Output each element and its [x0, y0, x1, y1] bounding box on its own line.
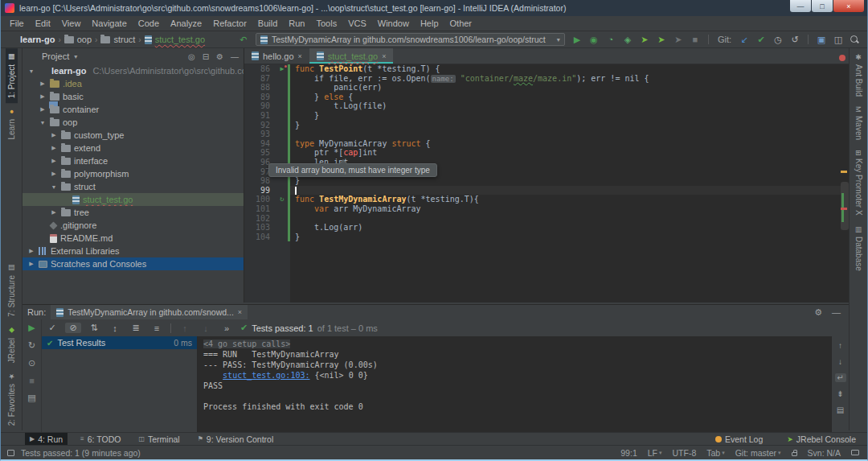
tree-collapse-icon[interactable]: ▼ — [27, 68, 35, 74]
breadcrumb-stuct-test-go[interactable]: stuct_test.go — [145, 35, 205, 44]
history-icon[interactable]: ◷ — [772, 35, 784, 45]
tree-item-struct[interactable]: ▼struct — [23, 180, 244, 193]
toolwindow-button-version-control[interactable]: ⚑9: Version Control — [193, 433, 279, 446]
line-number[interactable]: 88 — [244, 83, 276, 93]
line-separator-selector[interactable]: LF▾ — [648, 448, 662, 458]
toolwindow-button-terminal[interactable]: ◫Terminal — [133, 433, 184, 446]
line-number[interactable]: 99 — [244, 186, 276, 196]
soft-wrap-icon[interactable]: ↵ — [835, 373, 846, 382]
tree-item-custom-type[interactable]: ▶custom_type — [23, 129, 244, 142]
next-failed-test-icon[interactable]: ↓ — [195, 323, 216, 333]
more-actions-icon[interactable]: » — [216, 323, 237, 333]
rerun-failed-icon[interactable]: ↻ — [28, 340, 35, 351]
print-console-icon[interactable]: ▤ — [835, 405, 846, 414]
warning-stripe-mark[interactable] — [841, 171, 847, 173]
code-line-99[interactable]: 99 — [244, 186, 841, 196]
jrebel-run-icon[interactable]: ➤ — [639, 35, 650, 45]
tree-expand-icon[interactable]: ▶ — [50, 171, 58, 177]
line-number[interactable]: 95 — [244, 148, 276, 158]
status-widget-icon[interactable] — [851, 450, 859, 455]
tree-expand-icon[interactable]: ▶ — [50, 145, 58, 151]
code-line-93[interactable]: 93 — [244, 130, 841, 139]
line-number[interactable]: 86 — [244, 64, 276, 74]
code-line-92[interactable]: 92} — [244, 121, 841, 130]
line-number[interactable]: 89 — [244, 93, 276, 102]
close-icon[interactable]: × — [382, 52, 386, 60]
git-branch-selector[interactable]: Git: master▾ — [735, 448, 781, 458]
menu-item-vcs[interactable]: VCS — [342, 19, 372, 28]
run-icon[interactable]: ▶ — [571, 35, 583, 45]
tree-item-interface[interactable]: ▶interface — [23, 154, 244, 167]
show-ignored-icon[interactable]: ⊘ — [65, 323, 81, 333]
stripe-learn[interactable]: Learn● — [6, 103, 18, 145]
tree-expand-icon[interactable]: ▶ — [27, 261, 35, 267]
update-project-icon[interactable]: ↙ — [739, 35, 750, 45]
show-passed-icon[interactable]: ✓ — [42, 323, 63, 333]
console-view-icon[interactable]: ▤ — [27, 393, 35, 403]
code-line-86[interactable]: 86▶func TestPoint(t *testing.T) { — [244, 64, 841, 74]
code-line-98[interactable]: 98} — [244, 176, 841, 186]
code-line-90[interactable]: 90 t.Log(file) — [244, 101, 841, 111]
reload-icon[interactable]: ↶ — [238, 35, 249, 45]
tree-expand-icon[interactable]: ▶ — [27, 248, 35, 254]
tree-item-stuct-test-go[interactable]: stuct_test.go — [23, 193, 244, 206]
close-icon[interactable]: × — [298, 52, 302, 60]
line-number[interactable]: 91 — [244, 111, 276, 121]
minimize-button[interactable]: — — [790, 0, 811, 12]
menu-item-view[interactable]: View — [56, 19, 87, 28]
tree-expand-icon[interactable]: ▶ — [50, 209, 58, 216]
stripe-database[interactable]: ▥Database — [853, 220, 865, 276]
run-console[interactable]: <4 go setup calls>=== RUN TestMyDynamicA… — [198, 336, 831, 432]
settings-gear-icon[interactable]: ⚙ — [216, 52, 223, 61]
code-line-102[interactable]: 102 — [244, 214, 841, 224]
code-line-88[interactable]: 88 panic(err) — [244, 83, 841, 93]
tree-item-learn-go[interactable]: ▼learn-goC:\Users\Administrator\go\src\g… — [23, 64, 244, 77]
encoding-selector[interactable]: UTF-8 — [673, 448, 697, 458]
tree-item-oop[interactable]: ▼oop — [23, 116, 244, 129]
line-number[interactable]: 90 — [244, 101, 276, 111]
stripe-key-promoter[interactable]: ⊞Key Promoter X — [853, 145, 865, 220]
menu-item-refactor[interactable]: Refactor — [207, 19, 252, 28]
chevron-down-icon[interactable]: ▾ — [74, 53, 77, 60]
code-line-89[interactable]: 89 } else { — [244, 93, 841, 102]
tree-item-polymorphism[interactable]: ▶polymorphism — [23, 167, 244, 180]
menu-item-run[interactable]: Run — [283, 19, 310, 28]
menu-item-analyze[interactable]: Analyze — [165, 19, 207, 28]
menu-item-navigate[interactable]: Navigate — [86, 19, 132, 28]
menu-item-help[interactable]: Help — [415, 19, 444, 28]
debug-icon[interactable]: ◉ — [588, 35, 600, 45]
run-settings-gear-icon[interactable]: ⚙ — [814, 307, 822, 318]
code-line-91[interactable]: 91 } — [244, 111, 841, 121]
hide-run-panel-icon[interactable]: ― — [832, 307, 841, 318]
code-line-87[interactable]: 87 if file, err := os.Open(name: "contai… — [244, 74, 841, 84]
scroll-up-icon[interactable]: ↑ — [835, 341, 846, 350]
line-number[interactable]: 100 — [244, 195, 276, 204]
event-log-button[interactable]: Event Log — [710, 433, 768, 446]
collapse-all-icon[interactable]: ≡ — [146, 323, 167, 333]
profiler-icon[interactable]: ◈ — [622, 35, 633, 45]
project-folders-icon[interactable]: ▣ — [816, 35, 827, 45]
write-access-lock-icon[interactable] — [792, 452, 797, 456]
error-stripe-badge[interactable] — [839, 55, 845, 61]
scroll-down-icon[interactable]: ↓ — [835, 357, 846, 366]
stripe-jrebel[interactable]: JRebel◆ — [6, 322, 18, 368]
close-icon[interactable]: × — [238, 308, 242, 316]
project-panel-title[interactable]: Project — [42, 51, 69, 61]
tab-stuct-test-go[interactable]: stuct_test.go× — [309, 48, 394, 64]
run-test-gutter-icon[interactable]: ▶ — [276, 64, 288, 74]
locate-file-icon[interactable]: ◎ — [188, 52, 195, 61]
line-number[interactable]: 103 — [244, 223, 276, 233]
tree-item-idea[interactable]: ▶.idea — [23, 77, 244, 90]
code-line-100[interactable]: 100↻func TestMyDynamicArray(t *testing.T… — [244, 195, 841, 204]
tree-collapse-icon[interactable]: ▼ — [39, 120, 47, 126]
rollback-icon[interactable]: ↺ — [789, 35, 800, 45]
tree-item-readme[interactable]: README.md — [23, 232, 244, 245]
code-line-95[interactable]: 95 ptr *[cap]int — [244, 148, 841, 158]
menu-item-code[interactable]: Code — [133, 19, 165, 28]
code-line-101[interactable]: 101 var arr MyDynamicArray — [244, 204, 841, 214]
tree-item-gitignore[interactable]: .gitignore — [23, 219, 244, 232]
breadcrumb-oop[interactable]: oop — [64, 35, 92, 44]
sort-alphabetically-icon[interactable]: ⇅ — [84, 323, 104, 333]
commit-icon[interactable]: ✔ — [755, 35, 767, 45]
menu-item-edit[interactable]: Edit — [30, 19, 56, 28]
